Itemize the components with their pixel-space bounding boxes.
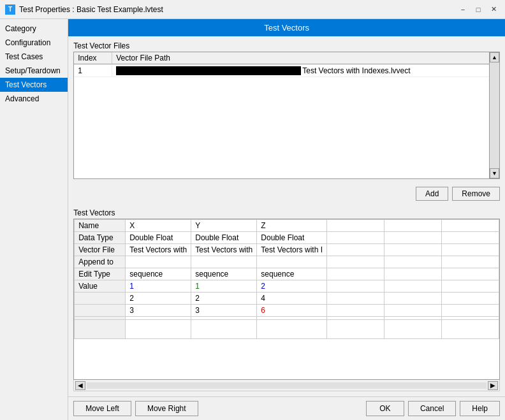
content-area: Test Vectors Test Vector Files Index Vec… bbox=[68, 19, 505, 420]
cell-datatype-y: Double Float bbox=[191, 232, 257, 244]
sidebar-item-setup-teardown[interactable]: Setup/Teardown bbox=[0, 64, 68, 78]
cell-extra-13 bbox=[327, 268, 384, 280]
table-row: Value 1 1 2 bbox=[75, 280, 499, 293]
vector-files-panel: Index Vector File Path 1 Test Vectors wi… bbox=[73, 52, 500, 179]
cell-edittype-z: sequence bbox=[257, 268, 327, 280]
cell-value1-z: 2 bbox=[257, 280, 327, 293]
hscroll-bar[interactable]: ◀ ▶ bbox=[73, 380, 500, 391]
cancel-button[interactable]: Cancel bbox=[408, 401, 456, 416]
sidebar-item-test-cases[interactable]: Test Cases bbox=[0, 50, 68, 64]
cell-datatype-z: Double Float bbox=[257, 232, 327, 244]
main-container: Category Configuration Test Cases Setup/… bbox=[0, 19, 505, 420]
minimize-button[interactable]: − bbox=[457, 3, 469, 16]
cell-extra-7 bbox=[327, 244, 384, 256]
footer-buttons: Move Left Move Right OK Cancel Help bbox=[68, 396, 505, 420]
vscroll-down[interactable]: ▼ bbox=[490, 168, 499, 178]
top-panel-vscroll[interactable]: ▲ ▼ bbox=[489, 52, 499, 178]
hscroll-right[interactable]: ▶ bbox=[488, 381, 498, 390]
close-button[interactable]: ✕ bbox=[487, 3, 500, 16]
cell-appendto-z bbox=[257, 256, 327, 268]
sidebar-item-advanced[interactable]: Advanced bbox=[0, 92, 68, 106]
footer-left: Move Left Move Right bbox=[73, 401, 198, 416]
row-label-value2 bbox=[75, 293, 126, 305]
cell-extra-24 bbox=[442, 305, 499, 317]
vectors-table: Name X Y Z Data Type Dou bbox=[74, 219, 499, 339]
cell-extra-2 bbox=[384, 220, 442, 232]
table-row: Vector File Test Vectors with Test Vecto… bbox=[75, 244, 499, 256]
vectors-table-wrapper[interactable]: Name X Y Z Data Type Dou bbox=[73, 219, 500, 380]
cell-value3-z: 6 bbox=[257, 305, 327, 317]
table-row: 3 3 6 bbox=[75, 305, 499, 317]
top-section: Test Vector Files Index Vector File Path… bbox=[73, 41, 500, 179]
cell-value1-x: 1 bbox=[126, 280, 191, 293]
hscroll-left[interactable]: ◀ bbox=[75, 381, 85, 390]
cell-value3-x: 3 bbox=[126, 305, 191, 317]
cell-extra-6 bbox=[442, 232, 499, 244]
cell-value2-y: 2 bbox=[191, 293, 257, 305]
cell-vectorfile-z: Test Vectors with I bbox=[257, 244, 327, 256]
vector-files-table-body[interactable]: 1 Test Vectors with Indexes.lvvect bbox=[74, 64, 499, 178]
sidebar: Category Configuration Test Cases Setup/… bbox=[0, 19, 68, 420]
cell-extra-8 bbox=[384, 244, 442, 256]
table-row: Edit Type sequence sequence sequence bbox=[75, 268, 499, 280]
cell-edittype-x: sequence bbox=[126, 268, 191, 280]
bottom-section: Test Vectors Name X Y Z bbox=[73, 208, 500, 391]
cell-extra-4 bbox=[327, 232, 384, 244]
cell-index: 1 bbox=[74, 65, 112, 76]
ok-button[interactable]: OK bbox=[366, 401, 404, 416]
sidebar-item-category[interactable]: Category bbox=[0, 22, 68, 36]
table-row: Name X Y Z bbox=[75, 220, 499, 232]
cell-extra-20 bbox=[384, 293, 442, 305]
move-right-button[interactable]: Move Right bbox=[135, 401, 198, 416]
cell-extra-14 bbox=[384, 268, 442, 280]
table-row[interactable]: 1 Test Vectors with Indexes.lvvect bbox=[74, 64, 499, 77]
cell-appendto-x bbox=[126, 256, 191, 268]
content-header: Test Vectors bbox=[68, 19, 505, 36]
row-label-edittype: Edit Type bbox=[75, 268, 126, 280]
table-row: Data Type Double Float Double Float Doub… bbox=[75, 232, 499, 244]
cell-extra-21 bbox=[442, 293, 499, 305]
cell-extra-5 bbox=[384, 232, 442, 244]
cell-extra-10 bbox=[327, 256, 384, 268]
move-left-button[interactable]: Move Left bbox=[73, 401, 131, 416]
table-row: 2 2 4 bbox=[75, 293, 499, 305]
row-label-appendto: Append to bbox=[75, 256, 126, 268]
cell-empty2-y bbox=[191, 320, 257, 339]
add-button[interactable]: Add bbox=[416, 187, 448, 201]
cell-name-y: Y bbox=[191, 220, 257, 232]
footer-right: OK Cancel Help bbox=[366, 401, 500, 416]
cell-name-x: X bbox=[126, 220, 191, 232]
window-title: Test Properties : Basic Test Example.lvt… bbox=[19, 5, 163, 14]
cell-empty2-z bbox=[257, 320, 327, 339]
cell-vectorfile-y: Test Vectors with bbox=[191, 244, 257, 256]
remove-button[interactable]: Remove bbox=[452, 187, 500, 201]
row-label-value: Value bbox=[75, 280, 126, 293]
vscroll-track[interactable] bbox=[490, 62, 499, 168]
cell-appendto-y bbox=[191, 256, 257, 268]
app-icon: T bbox=[5, 4, 15, 15]
maximize-button[interactable]: □ bbox=[472, 3, 485, 16]
cell-extra-15 bbox=[442, 268, 499, 280]
vscroll-up[interactable]: ▲ bbox=[490, 52, 499, 62]
cell-extra-3 bbox=[442, 220, 499, 232]
help-button[interactable]: Help bbox=[460, 401, 500, 416]
cell-extra-17 bbox=[384, 280, 442, 293]
sidebar-item-configuration[interactable]: Configuration bbox=[0, 36, 68, 50]
filepath-text: Test Vectors with Indexes.lvvect bbox=[302, 66, 410, 75]
bottom-section-label: Test Vectors bbox=[73, 208, 500, 217]
add-remove-row: Add Remove bbox=[73, 184, 500, 203]
cell-extra-18 bbox=[442, 280, 499, 293]
row-label-datatype: Data Type bbox=[75, 232, 126, 244]
cell-vectorfile-x: Test Vectors with bbox=[126, 244, 191, 256]
cell-filepath: Test Vectors with Indexes.lvvect bbox=[112, 65, 499, 76]
filepath-black-bar bbox=[116, 66, 301, 75]
cell-empty2-6 bbox=[442, 320, 499, 339]
cell-empty2-4 bbox=[327, 320, 384, 339]
sidebar-item-test-vectors[interactable]: Test Vectors bbox=[0, 78, 68, 92]
cell-edittype-y: sequence bbox=[191, 268, 257, 280]
row-label-value3 bbox=[75, 305, 126, 317]
cell-value3-y: 3 bbox=[191, 305, 257, 317]
cell-empty2-x bbox=[126, 320, 191, 339]
inner-content: Test Vector Files Index Vector File Path… bbox=[68, 36, 505, 396]
hscroll-track[interactable] bbox=[87, 382, 487, 389]
